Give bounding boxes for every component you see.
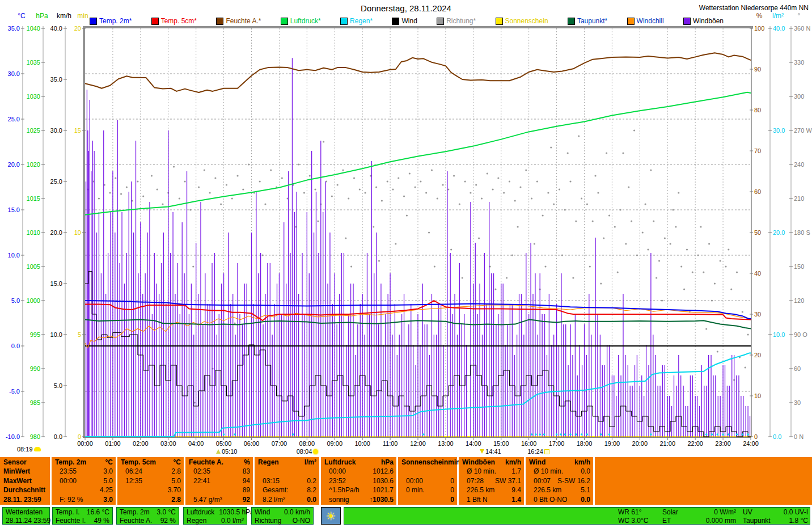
cell-label: sonnig — [324, 495, 349, 504]
svg-text:15.0: 15.0 — [50, 280, 62, 287]
svg-text:km/h: km/h — [57, 12, 71, 20]
footer-label: Solar — [662, 508, 678, 517]
cell-label: 28.11. 23:59 — [3, 495, 41, 504]
svg-text:1020: 1020 — [27, 161, 40, 168]
footer-label: Wind — [255, 508, 270, 517]
footer-value: 0.0 l/m² — [221, 517, 244, 525]
cell-value: 1012.6 — [373, 467, 394, 476]
svg-text:15.0: 15.0 — [8, 206, 20, 213]
cell-label: F: 92 % — [55, 495, 83, 504]
footer-value: 3.0 °C — [157, 508, 176, 517]
footer-group-solar: Solar0 W/m²ET0.000 mm — [662, 508, 736, 525]
daily-stats-table: SensorMinWertMaxWertDurchschnitt28.11. 2… — [0, 457, 812, 505]
svg-text:19:00: 19:00 — [604, 440, 620, 447]
svg-text:270 W: 270 W — [794, 127, 812, 134]
marker-time: 14:41 — [485, 448, 501, 455]
cell-value: 9.4 — [511, 485, 521, 495]
marker-sunset: 16:24 — [527, 448, 549, 455]
svg-text:5.0: 5.0 — [54, 382, 62, 389]
marker-time: 08:04 — [297, 448, 312, 455]
cell-label: 00:00 — [401, 476, 423, 485]
cell-label — [121, 485, 125, 495]
table-column-sonnenschein: Sonnenscheinmin00:0000 min.00 — [398, 457, 457, 505]
live-data-footer: Wetterdaten28.11.24 23:59Temp. I.16.6 °C… — [0, 506, 812, 526]
cell-value: 92 — [243, 495, 250, 504]
cell-value: 1.4 — [511, 495, 521, 504]
cell-value: 0 — [450, 476, 454, 485]
cell-label: 02:35 — [189, 467, 210, 476]
cell-label: 00:07 — [529, 476, 551, 485]
table-column-temp-2m: Temp. 2m°C23:553.000:005.04.25F: 92 %3.0 — [52, 457, 116, 505]
svg-text:11:00: 11:00 — [383, 440, 398, 447]
cell-value: 0.0 — [581, 495, 590, 504]
svg-text:min: min — [77, 12, 88, 20]
moonset-icon — [480, 449, 484, 454]
svg-text:07:00: 07:00 — [272, 440, 287, 447]
marker-sunrise-corner: 08:19 — [17, 446, 41, 453]
table-column-regen: Regenl/m²03:150.2Gesamt:8.28.2 l/m²0.0 — [255, 457, 319, 505]
cell-label: 0 min. — [401, 485, 425, 495]
footer-label: WC 3.0°C — [618, 517, 648, 525]
cell-label: MinWert — [3, 467, 30, 476]
svg-text:%: % — [756, 12, 763, 20]
svg-text:40.0: 40.0 — [50, 25, 62, 32]
cell-label — [258, 467, 263, 476]
svg-text:16:00: 16:00 — [521, 440, 537, 447]
table-column-feuchte-a-: Feuchte A.%02:358322:4194895.47 g/m³92 — [185, 457, 253, 505]
footer-label: Richtung — [255, 517, 281, 525]
svg-text:40.0: 40.0 — [773, 25, 785, 32]
cell-value: 8.2 — [307, 485, 316, 495]
footer-label: UV — [743, 508, 752, 517]
cell-label: 1 Bft N — [462, 495, 488, 504]
cell-label: Sonnenschein — [401, 458, 448, 467]
svg-text:02:00: 02:00 — [133, 440, 149, 447]
svg-text:240: 240 — [794, 161, 804, 168]
svg-text:30.0: 30.0 — [50, 127, 62, 134]
svg-text:180 S: 180 S — [794, 229, 810, 236]
cell-label: 00:00 — [324, 467, 346, 476]
cell-label: 12:35 — [121, 476, 142, 485]
cell-value: 3.70 — [168, 485, 181, 495]
svg-text:35.0: 35.0 — [8, 25, 20, 32]
footer-label: Feuchte A. — [120, 517, 152, 525]
rain-event-ticks — [223, 433, 749, 436]
svg-text:150: 150 — [794, 263, 804, 270]
footer-cell-wind: Wind0.0 km/hRichtungO-NO — [251, 507, 314, 525]
svg-text:20: 20 — [754, 352, 761, 358]
svg-text:01:00: 01:00 — [105, 440, 121, 447]
sunrise-icon — [313, 449, 318, 454]
cell-label: ^1.5hPa/h — [324, 485, 360, 495]
cell-label: 22:41 — [189, 476, 210, 485]
cell-label: 23:55 — [55, 467, 77, 476]
footer-value: 1030.5 hPa — [219, 508, 253, 517]
svg-text:30: 30 — [794, 399, 801, 406]
svg-text:90: 90 — [754, 66, 761, 73]
cell-value: ↑1030.5 — [369, 495, 394, 504]
svg-text:100: 100 — [754, 25, 764, 32]
svg-text:35.0: 35.0 — [50, 76, 62, 83]
cell-value: °C — [174, 458, 181, 467]
svg-text:06:00: 06:00 — [244, 440, 260, 447]
svg-text:03:00: 03:00 — [160, 440, 176, 447]
svg-text:0 N: 0 N — [794, 433, 803, 440]
svg-text:24:00: 24:00 — [743, 440, 759, 447]
sunset-icon — [544, 449, 549, 454]
table-column-wind: Windkm/hØ 10 min.0.000:07S-SW 16.2226.5 … — [526, 457, 593, 505]
svg-text:1005: 1005 — [27, 263, 40, 270]
cell-label: Wind — [529, 458, 545, 467]
table-filler — [595, 457, 812, 505]
svg-text:50: 50 — [754, 229, 761, 236]
svg-text:1035: 1035 — [27, 59, 40, 66]
svg-text:14:00: 14:00 — [466, 440, 481, 447]
svg-text:17:00: 17:00 — [549, 440, 565, 447]
svg-text:08:00: 08:00 — [299, 440, 315, 447]
svg-text:23:00: 23:00 — [715, 440, 731, 447]
svg-text:05:00: 05:00 — [216, 440, 232, 447]
svg-text:990: 990 — [30, 365, 40, 372]
axis-tempC: °C35.030.025.020.015.010.05.00.0-5.0-10.… — [6, 12, 26, 440]
cell-label: 226.5 km — [462, 485, 494, 495]
svg-text:30: 30 — [754, 311, 761, 318]
svg-text:1015: 1015 — [27, 195, 40, 202]
footer-cell-wetterdaten: Wetterdaten28.11.24 23:59 — [2, 507, 50, 525]
cell-label: Regen — [258, 458, 279, 467]
